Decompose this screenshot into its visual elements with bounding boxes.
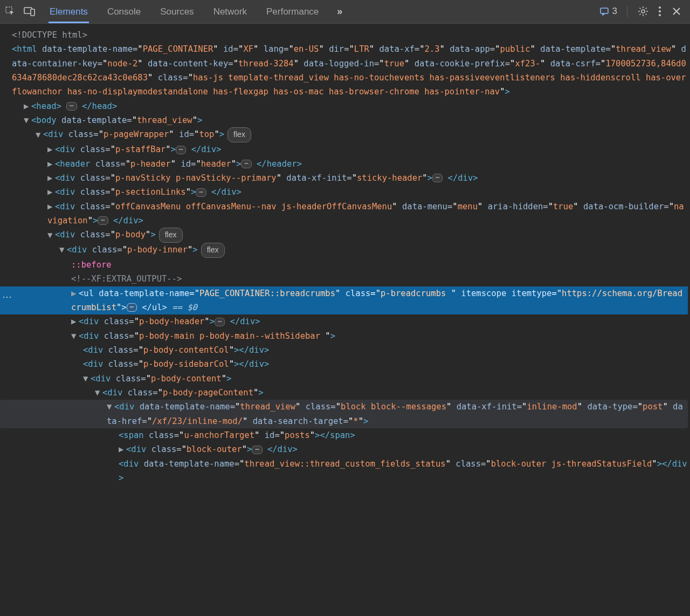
staffbar-node[interactable]: ▶<div class="p-staffBar">⋯ </div> <box>12 142 688 156</box>
ellipsis-icon[interactable]: ⋯ <box>196 188 206 197</box>
xf-comment[interactable]: <!--XF:EXTRA_OUTPUT--> <box>12 272 688 286</box>
navsticky-node[interactable]: ▶<div class="p-navSticky p-navSticky--pr… <box>12 171 688 185</box>
flex-badge[interactable]: flex <box>201 243 225 258</box>
bodycontent-node[interactable]: ▼<div class="p-body-content"> <box>12 372 688 386</box>
ellipsis-icon[interactable]: ⋯ <box>176 146 186 154</box>
ellipsis-icon[interactable]: ⋯ <box>241 160 251 168</box>
device-toggle-icon[interactable] <box>24 5 36 17</box>
flex-badge[interactable]: flex <box>159 228 183 243</box>
pbodymain-node[interactable]: ▼<div class="p-body-main p-body-main--wi… <box>12 329 688 343</box>
pseudo-before[interactable]: ::before <box>12 258 688 272</box>
contentcol-node[interactable]: <div class="p-body-contentCol"></div> <box>12 343 688 357</box>
devtools-toolbar: Elements Console Sources Network Perform… <box>0 0 690 24</box>
pbody-node[interactable]: ▼<div class="p-body">flex <box>12 228 688 243</box>
ellipsis-icon[interactable]: ⋯ <box>252 446 262 454</box>
statusfields-node[interactable]: <div data-template-name="thread_view::th… <box>12 457 688 485</box>
hovered-node[interactable]: ▼<div data-template-name="thread_view" c… <box>0 400 688 428</box>
toolbar-separator <box>627 5 627 17</box>
selected-node[interactable]: ⋯ ▶<ul data-template-name="PAGE_CONTAINE… <box>0 286 688 315</box>
close-icon[interactable] <box>671 5 682 17</box>
anchorspan-node[interactable]: <span class="u-anchorTarget" id="posts">… <box>12 428 688 442</box>
flex-badge[interactable]: flex <box>227 127 251 142</box>
tab-sources[interactable]: Sources <box>159 0 195 23</box>
tab-performance[interactable]: Performance <box>265 0 320 23</box>
sidebarcol-node[interactable]: <div class="p-body-sidebarCol"></div> <box>12 357 688 371</box>
svg-rect-2 <box>31 9 34 16</box>
header-node[interactable]: ▶<header class="p-header" id="header">⋯ … <box>12 157 688 171</box>
sectionlinks-node[interactable]: ▶<div class="p-sectionLinks">⋯ </div> <box>12 185 688 199</box>
tab-elements[interactable]: Elements <box>49 0 89 23</box>
svg-rect-3 <box>601 8 608 13</box>
gear-icon[interactable] <box>637 5 649 17</box>
panel-tabs: Elements Console Sources Network Perform… <box>49 0 343 23</box>
console-messages-button[interactable]: 3 <box>599 4 617 19</box>
elements-dom-tree[interactable]: <!DOCTYPE html> <html data-template-name… <box>0 24 690 491</box>
gutter-menu-icon[interactable]: ⋯ <box>2 289 12 305</box>
blockouter-node[interactable]: ▶<div class="block-outer">⋯ </div> <box>12 442 688 456</box>
inspect-icon[interactable] <box>4 5 16 17</box>
doctype-node[interactable]: <!DOCTYPE html> <box>12 28 688 42</box>
kebab-menu-icon[interactable] <box>659 6 661 16</box>
tab-network[interactable]: Network <box>212 0 248 23</box>
svg-point-4 <box>641 10 645 13</box>
pbodyheader-node[interactable]: ▶<div class="p-body-header">⋯ </div> <box>12 314 688 328</box>
body-open-tag[interactable]: ▼<body data-template="thread_view"> <box>12 113 688 127</box>
pagecontent-node[interactable]: ▼<div class="p-body-pageContent"> <box>12 386 688 400</box>
ellipsis-icon[interactable]: ⋯ <box>432 174 443 182</box>
pbodyinner-node[interactable]: ▼<div class="p-body-inner">flex <box>12 243 688 258</box>
offcanvas-node[interactable]: ▶<div class="offCanvasMenu offCanvasMenu… <box>12 200 688 228</box>
console-messages-count: 3 <box>612 4 617 19</box>
ellipsis-icon[interactable]: ⋯ <box>215 318 225 326</box>
tabs-overflow-icon[interactable]: » <box>337 3 343 20</box>
tab-console[interactable]: Console <box>106 0 142 23</box>
pagewrapper-node[interactable]: ▼<div class="p-pageWrapper" id="top">fle… <box>12 127 688 142</box>
html-open-tag[interactable]: <html data-template-name="PAGE_CONTAINER… <box>12 42 688 99</box>
ellipsis-icon[interactable]: ⋯ <box>66 102 77 111</box>
head-node[interactable]: ▶<head> ⋯ </head> <box>12 99 688 113</box>
